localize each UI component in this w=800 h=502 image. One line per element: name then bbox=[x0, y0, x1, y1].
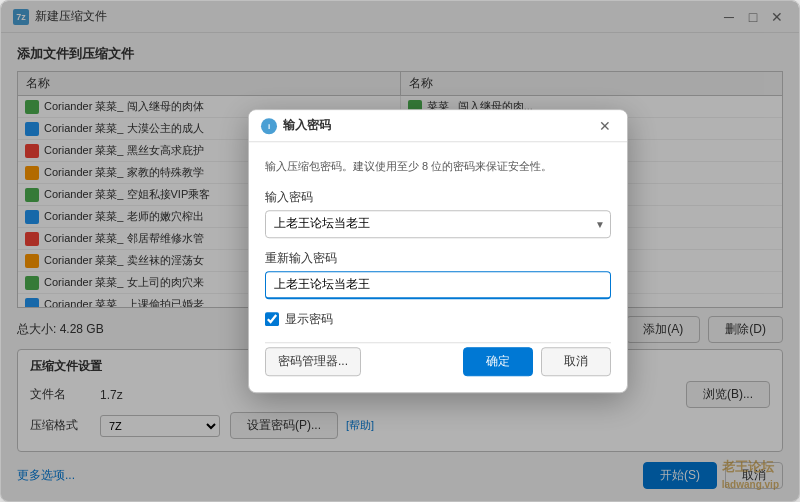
dialog-cancel-button[interactable]: 取消 bbox=[541, 347, 611, 376]
reenter-label: 重新输入密码 bbox=[265, 250, 611, 267]
password-dialog: i 输入密码 ✕ 输入压缩包密码。建议使用至少 8 位的密码来保证安全性。 输入… bbox=[248, 109, 628, 393]
dialog-title-bar: i 输入密码 ✕ bbox=[249, 110, 627, 142]
main-window: 7z 新建压缩文件 ─ □ ✕ 添加文件到压缩文件 名称 名称 Coriande… bbox=[0, 0, 800, 502]
show-password-checkbox[interactable] bbox=[265, 312, 279, 326]
dialog-icon: i bbox=[261, 118, 277, 134]
password-manager-button[interactable]: 密码管理器... bbox=[265, 347, 361, 376]
password-label: 输入密码 bbox=[265, 189, 611, 206]
dialog-title: 输入密码 bbox=[283, 117, 595, 134]
show-password-row: 显示密码 bbox=[265, 311, 611, 328]
show-password-label[interactable]: 显示密码 bbox=[285, 311, 333, 328]
dialog-body: 输入压缩包密码。建议使用至少 8 位的密码来保证安全性。 输入密码 ▼ 重新输入… bbox=[249, 142, 627, 392]
reenter-input-wrap bbox=[265, 271, 611, 299]
reenter-input[interactable] bbox=[265, 271, 611, 299]
password-input-wrap: ▼ bbox=[265, 210, 611, 238]
dialog-footer: 密码管理器... 确定 取消 bbox=[265, 342, 611, 376]
svg-text:i: i bbox=[268, 122, 270, 131]
password-input[interactable] bbox=[265, 210, 611, 238]
dialog-hint: 输入压缩包密码。建议使用至少 8 位的密码来保证安全性。 bbox=[265, 158, 611, 175]
dialog-confirm-button[interactable]: 确定 bbox=[463, 347, 533, 376]
dialog-close-button[interactable]: ✕ bbox=[595, 116, 615, 136]
